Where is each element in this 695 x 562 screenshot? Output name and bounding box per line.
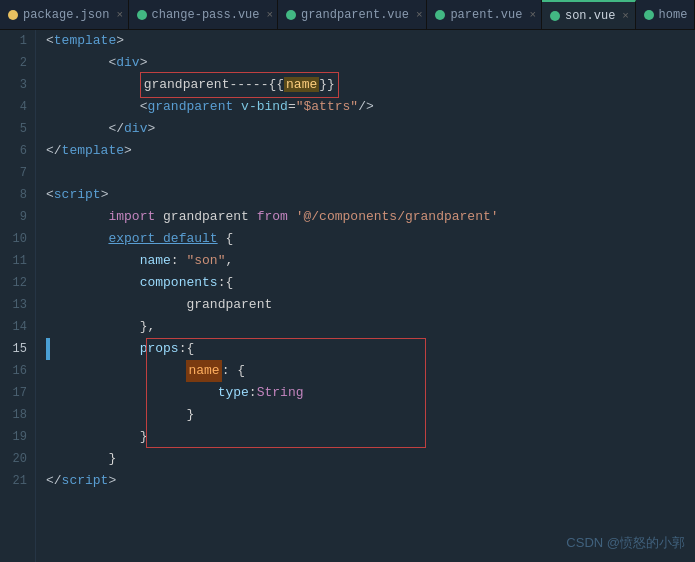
code-line-4: <grandparent v-bind="$attrs"/> xyxy=(46,96,695,118)
code-line-8: <script> xyxy=(46,184,695,206)
line-num-4: 4 xyxy=(0,96,27,118)
tab-icon-son xyxy=(550,11,560,21)
code-line-16: name: { xyxy=(46,360,695,382)
code-line-7 xyxy=(46,162,695,184)
tab-icon-home xyxy=(644,10,654,20)
line-num-8: 8 xyxy=(0,184,27,206)
tab-label-son: son.vue xyxy=(565,9,615,23)
line-num-17: 17 xyxy=(0,382,27,404)
code-area[interactable]: <template> <div> grandparent-----{{name}… xyxy=(36,30,695,562)
line-num-13: 13 xyxy=(0,294,27,316)
tab-icon-package xyxy=(8,10,18,20)
tab-label-home: home xyxy=(659,8,688,22)
tab-label-change-pass: change-pass.vue xyxy=(152,8,260,22)
line-num-21: 21 xyxy=(0,470,27,492)
line-num-14: 14 xyxy=(0,316,27,338)
tab-close-parent[interactable]: × xyxy=(529,9,536,21)
tab-bar: package.json × change-pass.vue × grandpa… xyxy=(0,0,695,30)
code-line-18: } xyxy=(46,404,695,426)
code-line-11: name: "son", xyxy=(46,250,695,272)
tab-icon-grandparent xyxy=(286,10,296,20)
tab-close-change-pass[interactable]: × xyxy=(267,9,274,21)
line-num-6: 6 xyxy=(0,140,27,162)
tab-change-pass[interactable]: change-pass.vue × xyxy=(129,0,278,29)
line-num-3: 3 xyxy=(0,74,27,96)
tab-label-package: package.json xyxy=(23,8,109,22)
line-numbers: 1 2 3 4 5 6 7 8 9 10 11 12 13 14 15 16 1… xyxy=(0,30,36,562)
grandparent-text-box: grandparent-----{{name}} xyxy=(140,72,339,98)
code-line-6: </template> xyxy=(46,140,695,162)
tab-close-grandparent[interactable]: × xyxy=(416,9,423,21)
code-line-20: } xyxy=(46,448,695,470)
line-num-18: 18 xyxy=(0,404,27,426)
tab-package-json[interactable]: package.json × xyxy=(0,0,129,29)
watermark: CSDN @愤怒的小郭 xyxy=(566,534,685,552)
code-line-15: props:{ xyxy=(46,338,695,360)
tab-label-parent: parent.vue xyxy=(450,8,522,22)
code-line-9: import grandparent from '@/components/gr… xyxy=(46,206,695,228)
code-line-17: type:String xyxy=(46,382,695,404)
tab-home[interactable]: home xyxy=(636,0,695,29)
line-num-15: 15 xyxy=(0,338,27,360)
line-num-12: 12 xyxy=(0,272,27,294)
active-line-indicator xyxy=(46,338,50,360)
line-num-7: 7 xyxy=(0,162,27,184)
tab-close-son[interactable]: × xyxy=(622,10,629,22)
line-num-10: 10 xyxy=(0,228,27,250)
tab-label-grandparent: grandparent.vue xyxy=(301,8,409,22)
line-num-9: 9 xyxy=(0,206,27,228)
code-line-2: <div> xyxy=(46,52,695,74)
code-line-13: grandparent xyxy=(46,294,695,316)
line-num-1: 1 xyxy=(0,30,27,52)
code-line-10: export default { xyxy=(46,228,695,250)
line-num-20: 20 xyxy=(0,448,27,470)
code-line-5: </div> xyxy=(46,118,695,140)
tab-close-package[interactable]: × xyxy=(116,9,123,21)
code-line-3: grandparent-----{{name}} xyxy=(46,74,695,96)
code-line-21: </script> xyxy=(46,470,695,492)
code-line-12: components:{ xyxy=(46,272,695,294)
line-num-2: 2 xyxy=(0,52,27,74)
line-num-16: 16 xyxy=(0,360,27,382)
tab-parent[interactable]: parent.vue × xyxy=(427,0,542,29)
code-line-1: <template> xyxy=(46,30,695,52)
line-num-5: 5 xyxy=(0,118,27,140)
code-line-14: }, xyxy=(46,316,695,338)
line-num-19: 19 xyxy=(0,426,27,448)
tab-icon-change-pass xyxy=(137,10,147,20)
editor: 1 2 3 4 5 6 7 8 9 10 11 12 13 14 15 16 1… xyxy=(0,30,695,562)
tab-son[interactable]: son.vue × xyxy=(542,0,636,29)
tab-icon-parent xyxy=(435,10,445,20)
tab-grandparent[interactable]: grandparent.vue × xyxy=(278,0,427,29)
code-line-19: } xyxy=(46,426,695,448)
line-num-11: 11 xyxy=(0,250,27,272)
